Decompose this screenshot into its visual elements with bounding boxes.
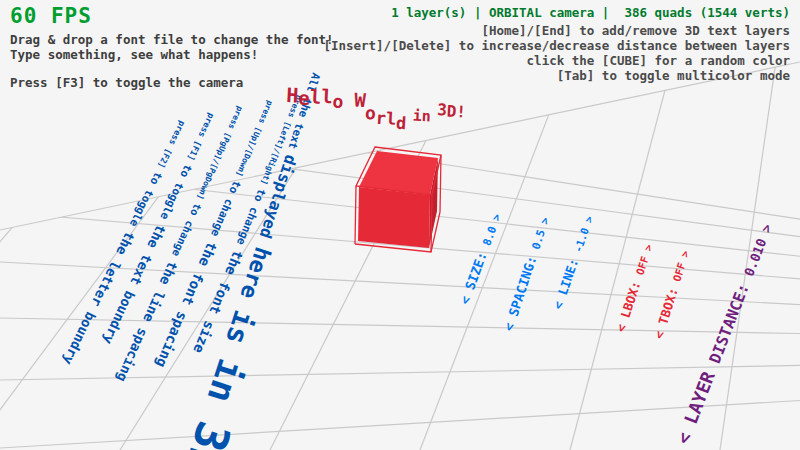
hello-letter: d — [396, 115, 407, 133]
hint-cube-color: click the [CUBE] for a random color — [527, 54, 790, 68]
hello-letter: n — [421, 109, 431, 124]
hint-layers: [Home]/[End] to add/remove 3D text layer… — [481, 24, 790, 38]
hint-multicolor: [Tab] to toggle multicolor mode — [557, 69, 790, 83]
camera-toggle-hint: Press [F3] to toggle the camera — [10, 76, 243, 90]
status-bar: 1 layer(s) | ORBITAL camera | 386 quads … — [391, 6, 790, 20]
raylib-3d-text-demo-window: All the text displayed here is in 3Dpres… — [0, 0, 800, 450]
hello-letter: H — [286, 85, 299, 106]
hint-layer-distance: [Insert]/[Delete] to increase/decrease d… — [323, 39, 790, 53]
drag-drop-hint: Drag & drop a font file to change the fo… — [10, 33, 334, 47]
fps-counter: 60 FPS — [10, 5, 92, 28]
type-hint: Type something, see what happens! — [10, 48, 258, 62]
hello-letter: ! — [456, 104, 466, 120]
